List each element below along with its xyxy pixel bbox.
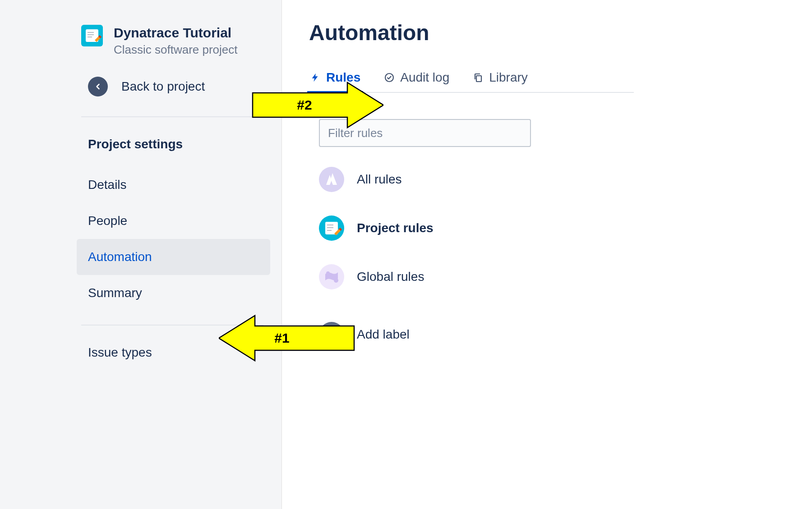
sidebar-item-people[interactable]: People — [0, 203, 281, 239]
svg-rect-8 — [476, 76, 481, 82]
svg-marker-21 — [253, 83, 383, 128]
sidebar-item-details[interactable]: Details — [0, 167, 281, 203]
check-circle-icon — [384, 72, 395, 83]
project-title: Dynatrace Tutorial — [114, 25, 238, 41]
sidebar-item-automation[interactable]: Automation — [77, 239, 270, 275]
arrow-left-circle-icon — [88, 77, 108, 96]
notes-edit-icon — [319, 216, 344, 241]
main-content: Automation Rules Audit log Library — [282, 0, 812, 509]
globe-icon — [319, 264, 344, 289]
tab-library[interactable]: Library — [472, 70, 529, 92]
sidebar: Dynatrace Tutorial Classic software proj… — [0, 0, 282, 509]
project-settings-heading: Project settings — [0, 117, 281, 151]
page-title: Automation — [309, 20, 780, 45]
svg-point-19 — [334, 278, 338, 283]
svg-point-18 — [326, 271, 330, 275]
project-header: Dynatrace Tutorial Classic software proj… — [0, 25, 281, 57]
tab-label: Audit log — [400, 70, 449, 85]
sidebar-item-summary[interactable]: Summary — [0, 275, 281, 311]
rule-group-project-rules[interactable]: Project rules — [319, 216, 780, 241]
annotation-arrow-1: #1 — [219, 313, 359, 363]
add-label-button[interactable]: Add label — [319, 322, 780, 347]
tab-audit-log[interactable]: Audit log — [383, 70, 450, 92]
rule-group-list: All rules Project rules Global rules — [319, 147, 780, 347]
rule-group-all-rules[interactable]: All rules — [319, 167, 780, 192]
back-to-project-link[interactable]: Back to project — [0, 57, 281, 116]
add-label-text: Add label — [357, 327, 410, 342]
rule-group-label: All rules — [357, 172, 402, 187]
rule-group-label: Project rules — [357, 221, 434, 235]
back-to-project-label: Back to project — [121, 79, 205, 94]
svg-marker-20 — [219, 316, 354, 361]
project-type-label: Classic software project — [114, 43, 238, 57]
project-avatar-icon — [81, 25, 103, 46]
rule-group-global-rules[interactable]: Global rules — [319, 264, 780, 289]
rule-group-label: Global rules — [357, 270, 424, 284]
atlassian-logo-icon — [319, 167, 344, 192]
tab-label: Library — [489, 70, 528, 85]
annotation-arrow-2: #2 — [248, 80, 383, 130]
copy-icon — [473, 72, 484, 83]
